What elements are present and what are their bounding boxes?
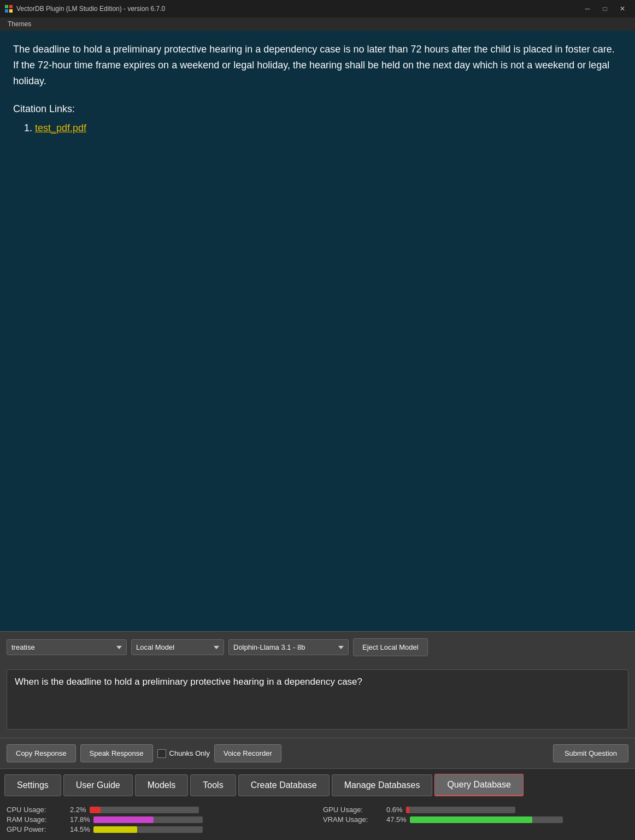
window-controls: ─ □ ✕ [579, 3, 631, 14]
model-select[interactable]: Dolphin-Llama 3.1 - 8b Model 2 Model 3 [228, 639, 349, 655]
gpu-status: GPU Usage: 0.6% [323, 806, 628, 814]
ram-bar [93, 816, 154, 823]
minimize-button[interactable]: ─ [579, 3, 596, 14]
nav-tab-user-guide[interactable]: User Guide [63, 774, 133, 796]
gpu-value: 0.6% [386, 806, 403, 814]
response-area: The deadline to hold a preliminary prote… [0, 31, 635, 631]
speak-response-button[interactable]: Speak Response [80, 744, 153, 762]
action-row: Copy Response Speak Response Chunks Only… [0, 738, 635, 768]
eject-button[interactable]: Eject Local Model [353, 638, 428, 656]
gpupow-bar-container [93, 826, 203, 833]
menu-bar: Themes [0, 18, 635, 31]
vram-label: VRAM Usage: [323, 815, 383, 824]
gpu-label: GPU Usage: [323, 806, 383, 814]
response-text: The deadline to hold a preliminary prote… [13, 42, 622, 89]
app-icon [4, 4, 13, 13]
gpu-bar-container [406, 807, 515, 813]
gpupow-bar [93, 826, 137, 833]
cpu-status: CPU Usage: 2.2% [7, 806, 312, 814]
close-button[interactable]: ✕ [614, 3, 631, 14]
nav-tab-create-database[interactable]: Create Database [238, 774, 330, 796]
chunks-only-checkbox[interactable] [157, 749, 166, 758]
svg-rect-1 [9, 5, 13, 8]
svg-rect-3 [9, 9, 13, 13]
window-title: VectorDB Plugin (LM Studio Edition) - ve… [16, 5, 579, 13]
svg-rect-2 [5, 9, 8, 13]
chunks-only-label[interactable]: Chunks Only [157, 749, 210, 758]
maximize-button[interactable]: □ [597, 3, 613, 14]
title-bar: VectorDB Plugin (LM Studio Edition) - ve… [0, 0, 635, 18]
cpu-bar [90, 807, 101, 813]
gpupow-value: 14.5% [70, 825, 90, 833]
database-select[interactable]: treatise db2 db3 [7, 639, 127, 655]
nav-tab-tools[interactable]: Tools [190, 774, 236, 796]
nav-tab-manage-databases[interactable]: Manage Databases [332, 774, 433, 796]
cpu-label: CPU Usage: [7, 806, 67, 814]
chunks-only-text: Chunks Only [169, 749, 210, 757]
vram-bar [410, 816, 532, 823]
citation-list: 1. test_pdf.pdf [13, 121, 622, 136]
ram-status: RAM Usage: 17.8% [7, 815, 312, 824]
model-type-select[interactable]: Local Model API Model [131, 639, 224, 655]
citation-label: Citation Links: [13, 102, 622, 116]
vram-bar-container [410, 816, 563, 823]
query-area [0, 663, 635, 738]
controls-row: treatise db2 db3 Local Model API Model D… [0, 631, 635, 663]
cpu-value: 2.2% [70, 806, 86, 814]
ram-bar-container [93, 816, 203, 823]
ram-value: 17.8% [70, 815, 90, 824]
voice-recorder-button[interactable]: Voice Recorder [214, 744, 281, 762]
themes-menu[interactable]: Themes [4, 19, 34, 29]
gpupow-status: GPU Power: 14.5% [7, 825, 312, 833]
copy-response-button[interactable]: Copy Response [7, 744, 76, 762]
vram-value: 47.5% [386, 815, 407, 824]
gpupow-label: GPU Power: [7, 825, 67, 833]
nav-tabs: SettingsUser GuideModelsToolsCreate Data… [0, 768, 635, 801]
gpu-bar [406, 807, 409, 813]
nav-tab-settings[interactable]: Settings [4, 774, 61, 796]
query-input[interactable] [7, 669, 628, 730]
nav-tab-query-database[interactable]: Query Database [434, 774, 524, 796]
nav-tab-models[interactable]: Models [135, 774, 189, 796]
citation-item: 1. test_pdf.pdf [24, 121, 622, 136]
submit-question-button[interactable]: Submit Question [553, 744, 628, 762]
cpu-bar-container [90, 807, 199, 813]
ram-label: RAM Usage: [7, 815, 67, 824]
svg-rect-0 [5, 5, 8, 8]
status-bar: CPU Usage: 2.2% GPU Usage: 0.6% RAM Usag… [0, 801, 635, 840]
vram-status: VRAM Usage: 47.5% [323, 815, 628, 824]
citation-link[interactable]: test_pdf.pdf [35, 122, 86, 133]
